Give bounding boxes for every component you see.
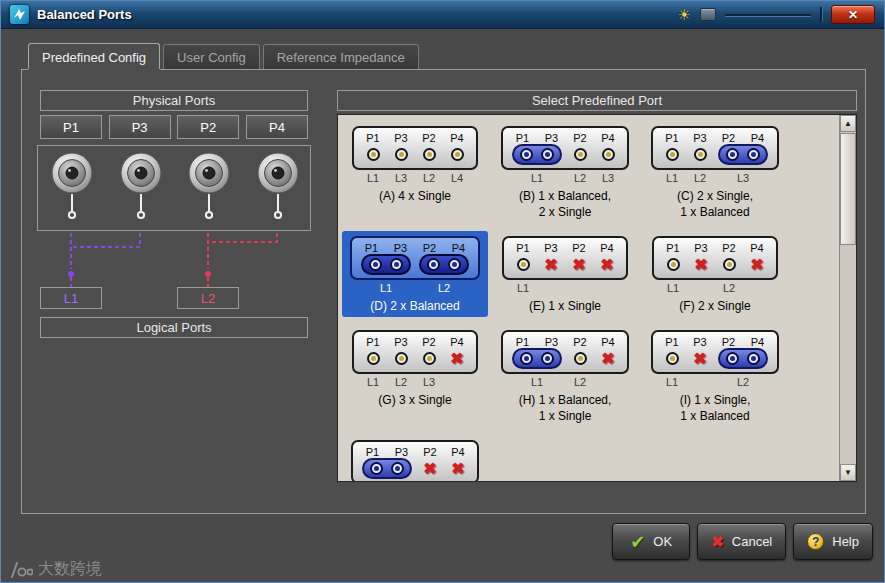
predefined-item-G[interactable]: P1P3P2P4✖L1L2L3(G) 3 x Single — [342, 325, 488, 411]
logical-labels-row: L1L2L3 — [359, 376, 471, 390]
port-button-p1[interactable]: P1 — [40, 115, 102, 139]
port-connector-icon — [369, 258, 382, 271]
port-label: P1 — [366, 131, 379, 145]
logical-label: L4 — [443, 172, 471, 186]
item-caption-line: (F) 2 x Single — [679, 298, 750, 314]
port-group-crossed: P3✖ — [537, 241, 565, 273]
port-connector-icon — [747, 352, 760, 365]
close-button[interactable]: ✕ — [831, 5, 875, 24]
port-button-p2[interactable]: P2 — [177, 115, 239, 139]
port-group-crossed: P4✖ — [443, 335, 471, 367]
tab-reference-impedance[interactable]: Reference Impedance — [263, 44, 419, 69]
predefined-item-A[interactable]: P1P3P2P4L1L3L2L4(A) 4 x Single — [342, 121, 488, 207]
port-group-single: P4 — [594, 131, 622, 163]
crossed-port-icon: ✖ — [693, 351, 706, 366]
port-connector-icon — [666, 148, 679, 161]
scroll-up-button[interactable]: ▲ — [840, 115, 856, 132]
port-connector-icon — [726, 352, 739, 365]
logical-label: L1 — [659, 282, 687, 296]
logical-port-l2[interactable]: L2 — [177, 287, 239, 309]
port-label: P2 — [423, 241, 436, 255]
port-connector-icon — [723, 258, 736, 271]
port-button-p4[interactable]: P4 — [246, 115, 308, 139]
tab-bar: Predefined Config User Config Reference … — [28, 43, 419, 69]
scroll-up-icon: ▲ — [844, 119, 852, 128]
brightness-slider-thumb[interactable] — [700, 8, 716, 21]
port-label: P1 — [665, 335, 678, 349]
port-label: P1 — [516, 241, 529, 255]
port-group-balanced: P2P4 — [714, 335, 772, 367]
bnc-connector — [121, 153, 161, 218]
port-label: P1 — [516, 335, 529, 349]
logical-label: L2 — [387, 376, 415, 390]
item-caption: (A) 4 x Single — [379, 188, 451, 204]
port-connector-icon — [390, 258, 403, 271]
port-config-box: P1P3✖P2✖P4✖ — [502, 236, 628, 280]
port-group-balanced: P1P3 — [508, 335, 566, 367]
bnc-connectors-graphic — [38, 146, 310, 230]
predefined-item-J[interactable]: P1P3P2✖P4✖L1 — [342, 435, 488, 482]
item-caption: (C) 2 x Single,1 x Balanced — [677, 188, 753, 220]
port-label: P1 — [665, 131, 678, 145]
port-label: P3 — [544, 241, 557, 255]
port-label: P4 — [452, 241, 465, 255]
tab-predefined-config[interactable]: Predefined Config — [28, 43, 160, 69]
help-button-label: Help — [832, 534, 859, 549]
port-group-crossed: P3✖ — [687, 241, 715, 273]
logical-port-l1[interactable]: L1 — [40, 287, 102, 309]
main-panel: Physical Ports P1 P3 P2 P4 — [21, 69, 866, 514]
port-connector-icon — [395, 352, 408, 365]
port-connector-icon — [517, 258, 530, 271]
crossed-port-icon: ✖ — [750, 257, 763, 272]
port-button-p3[interactable]: P3 — [109, 115, 171, 139]
logical-labels-row: L1 — [509, 282, 621, 296]
physical-ports-header: Physical Ports — [40, 90, 308, 111]
watermark: 大数跨境 — [9, 559, 102, 580]
predefined-item-D[interactable]: P1P3P2P4L1L2(D) 2 x Balanced — [342, 231, 488, 317]
port-label: P3 — [394, 131, 407, 145]
balanced-capsule — [512, 348, 562, 369]
port-connector-icon — [370, 462, 383, 475]
port-group-single: P3 — [387, 335, 415, 367]
watermark-logo — [9, 561, 33, 579]
help-button[interactable]: ? Help — [793, 523, 873, 560]
predefined-item-F[interactable]: P1P3✖P2P4✖L1L2(F) 2 x Single — [642, 231, 788, 317]
tab-user-config[interactable]: User Config — [163, 44, 260, 69]
predefined-item-H[interactable]: P1P3P2P4✖L1L2(H) 1 x Balanced,1 x Single — [492, 325, 638, 427]
logical-label: L2 — [415, 282, 473, 296]
port-label: P4 — [750, 241, 763, 255]
port-connector-icon — [726, 148, 739, 161]
titlebar: Balanced Ports ☀ ✕ — [1, 1, 884, 29]
predefined-item-I[interactable]: P1P3✖P2P4L1L2(I) 1 x Single,1 x Balanced — [642, 325, 788, 427]
close-icon: ✕ — [848, 8, 858, 22]
port-config-box: P1P3P2P4 — [501, 126, 629, 170]
port-label: P1 — [666, 241, 679, 255]
logical-label: L3 — [415, 376, 443, 390]
port-label: P2 — [572, 241, 585, 255]
port-connector-icon — [574, 148, 587, 161]
port-connector-icon — [747, 148, 760, 161]
item-caption-line: (D) 2 x Balanced — [370, 298, 459, 314]
predefined-item-E[interactable]: P1P3✖P2✖P4✖L1(E) 1 x Single — [492, 231, 638, 317]
brightness-slider-track[interactable] — [725, 14, 811, 16]
cancel-button-label: Cancel — [732, 534, 772, 549]
ok-button[interactable]: ✔ OK — [612, 523, 690, 560]
port-config-box: P1P3P2P4 — [350, 236, 480, 280]
port-config-box: P1P3P2✖P4✖ — [351, 440, 479, 482]
scrollbar[interactable]: ▲ ▼ — [839, 115, 856, 481]
balanced-capsule — [361, 254, 411, 275]
predefined-item-B[interactable]: P1P3P2P4L1L2L3(B) 1 x Balanced,2 x Singl… — [492, 121, 638, 223]
logical-label: L3 — [714, 172, 772, 186]
port-label: P4 — [451, 445, 464, 459]
scroll-thumb[interactable] — [840, 133, 856, 245]
scroll-down-button[interactable]: ▼ — [840, 464, 856, 481]
predefined-item-C[interactable]: P1P3P2P4L1L2L3(C) 2 x Single,1 x Balance… — [642, 121, 788, 223]
help-question-icon: ? — [807, 533, 824, 550]
logical-label: L3 — [594, 172, 622, 186]
cancel-button[interactable]: ✖ Cancel — [697, 523, 786, 560]
logical-labels-row: L1L2 — [658, 376, 772, 390]
port-label: P3 — [394, 335, 407, 349]
port-label: P3 — [694, 241, 707, 255]
port-group-balanced: P1P3 — [508, 131, 566, 163]
port-label: P2 — [573, 335, 586, 349]
